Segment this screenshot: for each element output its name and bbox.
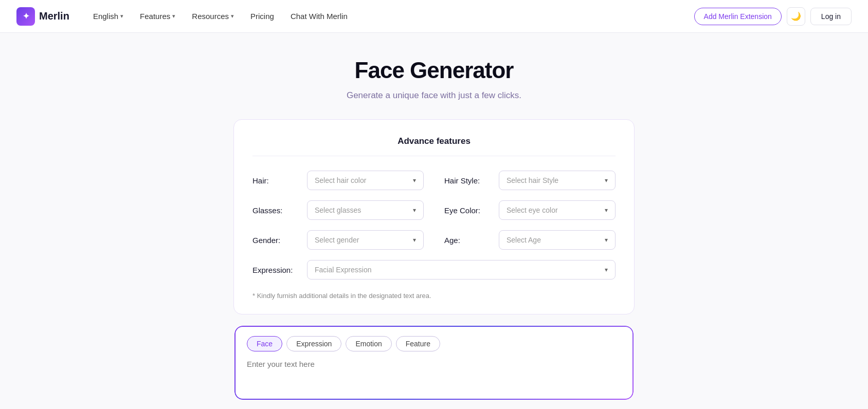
card-note: * Kindly furnish additional details in t… [252, 292, 616, 300]
placeholder-glasses: Select glasses [315, 206, 361, 214]
select-hair-style[interactable]: Select hair Style ▾ [499, 171, 616, 190]
form-row-eye-color: Eye Color: Select eye color ▾ [444, 200, 616, 220]
chevron-down-icon: ▾ [605, 236, 608, 244]
label-hair-color: Hair: [252, 176, 299, 185]
nav-link-pricing[interactable]: Pricing [243, 8, 281, 25]
nav-link-english[interactable]: English▾ [86, 8, 131, 25]
navbar: ✦ Merlin English▾Features▾Resources▾Pric… [0, 0, 868, 33]
form-row-gender: Gender: Select gender ▾ [252, 230, 424, 250]
select-hair-color[interactable]: Select hair color ▾ [307, 171, 424, 190]
placeholder-age: Select Age [507, 236, 541, 244]
expression-label: Expression: [252, 266, 299, 274]
chevron-down-icon: ▾ [605, 177, 608, 184]
nav-link-features[interactable]: Features▾ [133, 8, 183, 25]
tab-feature[interactable]: Feature [396, 336, 440, 351]
form-row-glasses: Glasses: Select glasses ▾ [252, 200, 424, 220]
nav-actions: Add Merlin Extension 🌙 Log in [694, 7, 852, 26]
chevron-down-icon: ▾ [413, 177, 416, 184]
page-subtitle: Generate a unique face with just a few c… [233, 90, 635, 101]
chevron-down-icon: ▾ [172, 13, 175, 20]
chevron-down-icon: ▾ [231, 13, 234, 20]
label-glasses: Glasses: [252, 206, 299, 215]
form-row-hair-style: Hair Style: Select hair Style ▾ [444, 171, 616, 190]
tabs-row: FaceExpressionEmotionFeature [247, 336, 621, 351]
login-button[interactable]: Log in [810, 8, 852, 25]
placeholder-gender: Select gender [315, 236, 359, 244]
placeholder-hair-color: Select hair color [315, 176, 366, 184]
label-age: Age: [444, 236, 491, 245]
text-input[interactable] [247, 360, 621, 385]
nav-link-chat-with-merlin[interactable]: Chat With Merlin [283, 8, 355, 25]
label-hair-style: Hair Style: [444, 176, 491, 185]
nav-links: English▾Features▾Resources▾PricingChat W… [86, 8, 694, 25]
select-gender[interactable]: Select gender ▾ [307, 230, 424, 250]
nav-link-resources[interactable]: Resources▾ [185, 8, 241, 25]
form-row-hair-color: Hair: Select hair color ▾ [252, 171, 424, 190]
tab-expression[interactable]: Expression [286, 336, 341, 351]
expression-select[interactable]: Facial Expression ▾ [307, 260, 616, 280]
form-grid: Hair: Select hair color ▾ Hair Style: Se… [252, 171, 616, 250]
logo[interactable]: ✦ Merlin [16, 7, 69, 26]
chevron-down-icon: ▾ [120, 13, 123, 20]
tab-emotion[interactable]: Emotion [346, 336, 391, 351]
add-extension-button[interactable]: Add Merlin Extension [694, 8, 782, 25]
form-row-age: Age: Select Age ▾ [444, 230, 616, 250]
chevron-down-icon: ▾ [605, 266, 608, 273]
select-eye-color[interactable]: Select eye color ▾ [499, 200, 616, 220]
tabs-card-inner: FaceExpressionEmotionFeature [234, 326, 634, 400]
page-title: Face Generator [233, 58, 635, 83]
expression-placeholder: Facial Expression [315, 266, 372, 274]
chevron-down-icon: ▾ [413, 207, 416, 214]
logo-text: Merlin [39, 10, 69, 22]
tab-face[interactable]: Face [247, 336, 282, 351]
logo-icon: ✦ [16, 7, 35, 26]
select-age[interactable]: Select Age ▾ [499, 230, 616, 250]
placeholder-hair-style: Select hair Style [507, 176, 558, 184]
advanced-features-card: Advance features Hair: Select hair color… [233, 119, 635, 314]
dark-mode-button[interactable]: 🌙 [787, 7, 805, 26]
tabs-card: FaceExpressionEmotionFeature [233, 325, 635, 401]
chevron-down-icon: ▾ [413, 236, 416, 244]
placeholder-eye-color: Select eye color [507, 206, 558, 214]
select-glasses[interactable]: Select glasses ▾ [307, 200, 424, 220]
label-eye-color: Eye Color: [444, 206, 491, 215]
card-title: Advance features [252, 136, 616, 156]
label-gender: Gender: [252, 236, 299, 245]
main-content: Face Generator Generate a unique face wi… [223, 33, 645, 409]
chevron-down-icon: ▾ [605, 207, 608, 214]
